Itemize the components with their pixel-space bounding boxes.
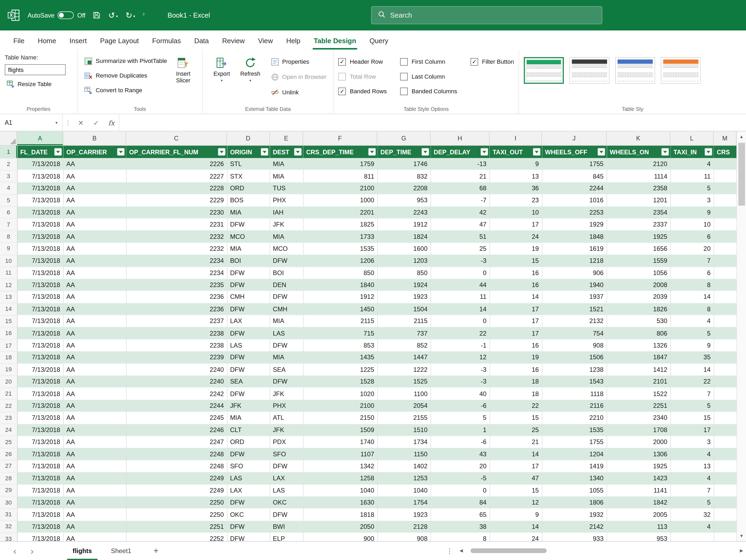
cell[interactable]: 1201 <box>607 194 670 206</box>
cell[interactable]: 4 <box>670 158 714 170</box>
cell[interactable]: AA <box>63 496 126 508</box>
cell[interactable]: 7 <box>670 255 714 267</box>
cell[interactable]: 38 <box>431 521 489 533</box>
autosave-toggle[interactable]: AutoSave Off <box>28 11 86 19</box>
cell[interactable]: 2244 <box>126 400 227 412</box>
cell[interactable]: 1924 <box>377 279 431 291</box>
cell[interactable]: 1932 <box>542 509 607 521</box>
cell[interactable]: 2116 <box>542 400 607 412</box>
header-cell-wheels-off[interactable]: WHEELS_OFF <box>542 145 607 158</box>
export-button[interactable]: Export ▾ <box>207 54 236 104</box>
cell[interactable]: 24 <box>489 533 542 541</box>
cell[interactable]: AA <box>63 194 126 206</box>
refresh-button[interactable]: Refresh ▾ <box>236 54 264 104</box>
cell[interactable]: 7/13/2018 <box>17 219 63 230</box>
cell[interactable]: AA <box>63 327 126 339</box>
cell[interactable]: 806 <box>607 327 670 339</box>
filter-button[interactable] <box>480 148 488 156</box>
cell[interactable] <box>714 472 737 484</box>
cell[interactable]: 908 <box>542 339 607 351</box>
cell[interactable]: 2234 <box>126 255 227 267</box>
name-box[interactable]: A1 ▾ <box>0 114 63 131</box>
cell[interactable]: 15 <box>489 255 542 267</box>
cell[interactable]: 2227 <box>126 170 227 182</box>
cell[interactable] <box>714 364 737 375</box>
cell[interactable] <box>714 243 737 255</box>
cell[interactable]: 1020 <box>303 388 377 399</box>
cell[interactable]: 4 <box>670 472 714 484</box>
sheet-tab-flights[interactable]: flights <box>63 541 102 560</box>
row-header-28[interactable]: 28 <box>0 472 17 484</box>
cell[interactable]: 2005 <box>607 509 670 521</box>
cell[interactable]: 1733 <box>303 230 377 243</box>
cell[interactable]: 2132 <box>542 315 607 327</box>
filter-button[interactable] <box>661 148 669 156</box>
cell[interactable]: AA <box>63 412 126 424</box>
cell[interactable]: 2228 <box>126 182 227 194</box>
cell[interactable]: 14 <box>431 303 489 315</box>
cell[interactable]: 65 <box>431 509 489 521</box>
cell[interactable]: IAH <box>269 206 303 218</box>
cell[interactable] <box>714 351 737 363</box>
cell[interactable]: 7/13/2018 <box>17 351 63 363</box>
cell[interactable]: 850 <box>377 267 431 279</box>
cell[interactable]: 1040 <box>303 484 377 496</box>
cell[interactable]: 36 <box>489 182 542 194</box>
column-header-G[interactable]: G <box>377 132 431 145</box>
cell[interactable]: 8 <box>670 303 714 315</box>
cell[interactable]: 1340 <box>542 472 607 484</box>
checkbox-total-row[interactable]: Total Row <box>338 73 387 81</box>
row-header-14[interactable]: 14 <box>0 303 17 315</box>
cell[interactable]: 9 <box>670 206 714 218</box>
cell[interactable]: 13 <box>489 170 542 182</box>
cell[interactable]: BOI <box>227 255 270 267</box>
cell[interactable]: 1506 <box>542 351 607 363</box>
cell[interactable]: 5 <box>670 182 714 194</box>
cell[interactable]: OKC <box>227 509 270 521</box>
cell[interactable]: 1755 <box>542 436 607 448</box>
cell[interactable]: 0 <box>431 315 489 327</box>
cell[interactable]: 1842 <box>607 496 670 508</box>
cell[interactable]: 1204 <box>542 448 607 460</box>
filter-button[interactable] <box>533 148 540 156</box>
cell[interactable]: STX <box>227 170 270 182</box>
cell[interactable]: 1435 <box>303 351 377 363</box>
checkbox-box[interactable] <box>400 88 408 95</box>
cell[interactable]: 2238 <box>126 327 227 339</box>
cell[interactable] <box>714 496 737 508</box>
cell[interactable]: 754 <box>542 327 607 339</box>
cell[interactable]: 0 <box>431 267 489 279</box>
redo-button[interactable]: ↻▾ <box>125 11 135 19</box>
cell[interactable]: 5 <box>670 327 714 339</box>
cell[interactable]: 1806 <box>542 496 607 508</box>
cell[interactable]: DFW <box>269 509 303 521</box>
cell[interactable]: 2354 <box>607 206 670 218</box>
cell[interactable]: 1 <box>431 424 489 436</box>
cell[interactable]: 1504 <box>377 303 431 315</box>
cell[interactable]: MCO <box>227 230 270 243</box>
cell[interactable]: -1 <box>431 339 489 351</box>
filter-button[interactable] <box>368 148 376 156</box>
cell[interactable]: 32 <box>670 509 714 521</box>
cell[interactable]: 1619 <box>542 243 607 255</box>
header-cell-taxi-out[interactable]: TAXI_OUT <box>489 145 542 158</box>
cell[interactable]: LAX <box>227 315 270 327</box>
table-style-blue[interactable] <box>615 57 655 84</box>
filter-button[interactable] <box>54 148 62 156</box>
cell[interactable]: 15 <box>489 484 542 496</box>
cell[interactable]: MIA <box>269 230 303 243</box>
cell[interactable]: 7/13/2018 <box>17 533 63 541</box>
column-header-B[interactable]: B <box>63 132 126 145</box>
scroll-left-icon[interactable]: ◀ <box>460 548 463 553</box>
row-header-15[interactable]: 15 <box>0 315 17 327</box>
cell[interactable]: AA <box>63 339 126 351</box>
cell[interactable] <box>714 279 737 291</box>
cell[interactable]: 1055 <box>542 484 607 496</box>
cell[interactable] <box>714 267 737 279</box>
cell[interactable]: 832 <box>377 170 431 182</box>
cell[interactable]: 1118 <box>542 388 607 399</box>
cell[interactable] <box>714 400 737 412</box>
cell[interactable]: 2253 <box>542 206 607 218</box>
filter-button[interactable] <box>294 148 302 156</box>
ribbon-tab-help[interactable]: Help <box>280 32 307 49</box>
